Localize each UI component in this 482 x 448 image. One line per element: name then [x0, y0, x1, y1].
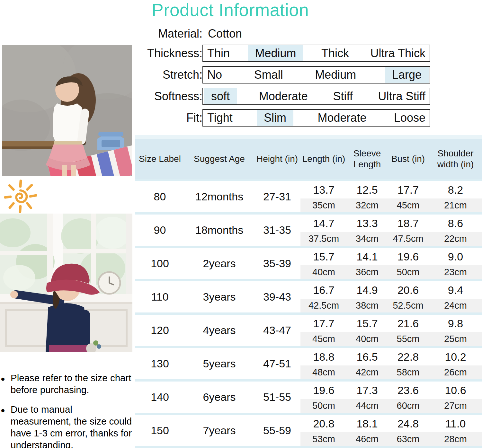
- shoulder-in: 10.2: [429, 348, 482, 365]
- attribute-option: Ultra Stiff: [375, 88, 429, 104]
- attribute-option: Tight: [204, 110, 236, 126]
- length-in: 20.8: [300, 415, 347, 432]
- attribute-option: Stiff: [330, 88, 356, 104]
- size-chart-header: Size Label Suggest Age Height (in) Lengt…: [135, 135, 482, 181]
- suggest-age: 6years: [185, 382, 254, 413]
- sleeve-cm: 38cm: [347, 299, 387, 312]
- table-row: 110 3years 39-43 16.7 14.9 20.6 9.4 42.5…: [135, 281, 482, 315]
- suggest-age: 3years: [185, 281, 254, 312]
- shoulder-in: 9.0: [429, 248, 482, 265]
- bust-cm: 58cm: [387, 365, 429, 379]
- attribute-option: Loose: [391, 110, 429, 126]
- length-cm: 50cm: [300, 399, 347, 413]
- bust-in: 21.6: [387, 315, 429, 332]
- length-in: 19.6: [300, 382, 347, 399]
- length-in: 14.7: [300, 215, 347, 232]
- notes-section: ● Please refer to the size chart before …: [1, 372, 134, 448]
- size-label: 100: [135, 248, 185, 279]
- attribute-option-selected: Large: [385, 67, 429, 83]
- suggest-age: 2years: [185, 248, 254, 279]
- note-item: ● Due to manual measurement, the size co…: [1, 403, 134, 448]
- sleeve-cm: 40cm: [347, 332, 387, 346]
- length-cm: 42.5cm: [300, 299, 347, 312]
- bust-cm: 52.5cm: [387, 299, 429, 312]
- table-row: 120 4years 43-47 17.7 15.7 21.6 9.8 45cm…: [135, 315, 482, 348]
- height-range: 27-31: [254, 181, 300, 212]
- length-cm: 35cm: [300, 198, 347, 212]
- size-label: 90: [135, 215, 185, 246]
- suggest-age: 4years: [185, 315, 254, 346]
- shoulder-in: 8.2: [429, 181, 482, 198]
- size-label: 140: [135, 382, 185, 413]
- thickness-label: Thickness:: [135, 47, 202, 60]
- bust-cm: 60cm: [387, 399, 429, 413]
- size-label: 110: [135, 281, 185, 312]
- suggest-age: 7years: [185, 415, 254, 446]
- bust-in: 24.8: [387, 415, 429, 432]
- shoulder-in: 10.6: [429, 382, 482, 399]
- fit-label: Fit:: [135, 111, 202, 125]
- sleeve-in: 14.1: [347, 248, 387, 265]
- height-range: 51-55: [254, 382, 300, 413]
- product-information-panel: Product Information Material: Cotton Thi…: [135, 0, 482, 448]
- sleeve-cm: 44cm: [347, 399, 387, 413]
- shoulder-cm: 22cm: [429, 232, 482, 246]
- table-row: 90 18months 31-35 14.7 13.3 18.7 8.6 37.…: [135, 215, 482, 248]
- sleeve-in: 14.9: [347, 281, 387, 299]
- height-range: 31-35: [254, 215, 300, 246]
- bust-in: 23.6: [387, 382, 429, 399]
- shoulder-cm: 25cm: [429, 332, 482, 346]
- sleeve-in: 17.3: [347, 382, 387, 399]
- bust-in: 18.7: [387, 215, 429, 232]
- attribute-option-selected: Medium: [248, 45, 303, 61]
- column-header: Suggest Age: [194, 154, 245, 164]
- height-range: 47-51: [254, 348, 300, 379]
- sleeve-cm: 32cm: [347, 198, 387, 212]
- thickness-row: Thickness: Thin Medium Thick Ultra Thick: [135, 45, 482, 62]
- length-in: 18.8: [300, 348, 347, 365]
- stretch-scale: No Small Medium Large: [202, 66, 430, 83]
- sleeve-in: 13.3: [347, 215, 387, 232]
- suggest-age: 12months: [185, 181, 254, 212]
- fit-scale: Tight Slim Moderate Loose: [202, 109, 430, 127]
- height-range: 55-59: [254, 415, 300, 446]
- note-text: Due to manual measurement, the size coul…: [11, 404, 132, 448]
- note-text: Please refer to the size chart before pu…: [11, 373, 131, 395]
- column-header: Bust (in): [391, 154, 425, 164]
- column-header: Size Label: [139, 154, 181, 164]
- size-chart: Size Label Suggest Age Height (in) Lengt…: [135, 135, 482, 448]
- sleeve-in: 18.1: [347, 415, 387, 432]
- bullet-icon: ●: [1, 404, 5, 416]
- bust-in: 19.6: [387, 248, 429, 265]
- column-header: Sleeve Length: [347, 148, 387, 170]
- length-cm: 37.5cm: [300, 232, 347, 246]
- sleeve-in: 16.5: [347, 348, 387, 365]
- product-photo-child-window: [0, 214, 132, 352]
- sun-icon: [4, 179, 39, 213]
- table-row: 100 2years 35-39 15.7 14.1 19.6 9.0 40cm…: [135, 248, 482, 281]
- column-header: Shoulder width (in): [429, 148, 482, 170]
- attribute-option-selected: soft: [204, 88, 237, 104]
- attribute-option: Moderate: [314, 110, 370, 126]
- bust-in: 20.6: [387, 281, 429, 299]
- table-row: 150 7years 55-59 20.8 18.1 24.8 11.0 53c…: [135, 415, 482, 448]
- shoulder-cm: 26cm: [429, 365, 482, 379]
- fit-row: Fit: Tight Slim Moderate Loose: [135, 109, 482, 127]
- material-row: Material: Cotton: [135, 27, 482, 40]
- height-range: 43-47: [254, 315, 300, 346]
- column-header: Length (in): [302, 154, 345, 164]
- shoulder-in: 11.0: [429, 415, 482, 432]
- bust-in: 22.8: [387, 348, 429, 365]
- size-label: 130: [135, 348, 185, 379]
- suggest-age: 5years: [185, 348, 254, 379]
- bullet-icon: ●: [1, 373, 5, 385]
- attribute-option: Thin: [204, 45, 233, 61]
- sleeve-in: 12.5: [347, 181, 387, 198]
- sleeve-in: 15.7: [347, 315, 387, 332]
- length-cm: 48cm: [300, 365, 347, 379]
- shoulder-cm: 27cm: [429, 399, 482, 413]
- attribute-option: No: [204, 67, 225, 83]
- length-in: 13.7: [300, 181, 347, 198]
- bust-cm: 55cm: [387, 332, 429, 346]
- softness-label: Softness:: [135, 90, 202, 103]
